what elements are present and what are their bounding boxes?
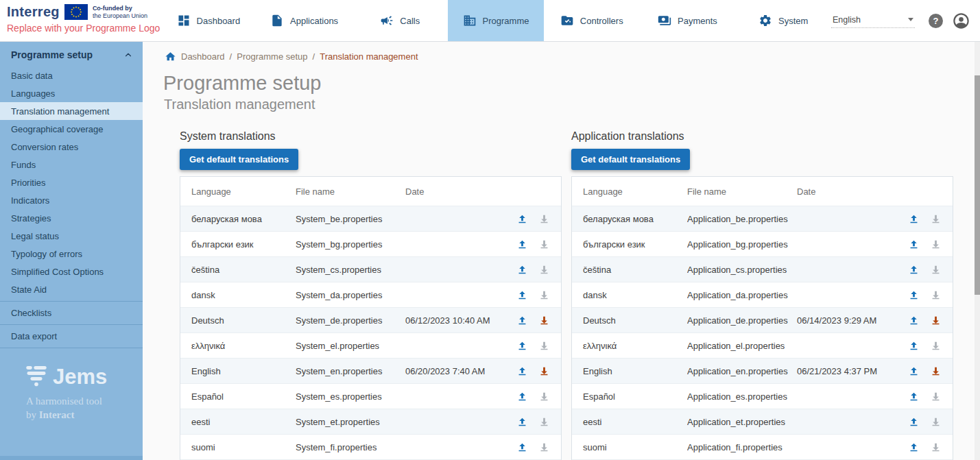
download-button xyxy=(538,441,550,453)
sidebar-item-legal-status[interactable]: Legal status xyxy=(0,227,143,245)
cell-language: čeština xyxy=(572,265,687,275)
download-icon xyxy=(930,441,942,453)
upload-icon xyxy=(516,264,528,276)
nav-item-controllers[interactable]: Controllers xyxy=(544,0,640,41)
sidebar-section-header[interactable]: Programme setup xyxy=(0,42,143,66)
cell-file-name: Application_be.properties xyxy=(687,214,797,224)
download-button xyxy=(930,239,942,250)
upload-icon xyxy=(908,441,920,453)
upload-button[interactable] xyxy=(516,315,528,326)
download-button[interactable] xyxy=(930,315,942,326)
upload-icon xyxy=(516,315,528,326)
cell-file-name: System_de.properties xyxy=(296,315,405,326)
sidebar-item-simplified-cost-options[interactable]: Simplified Cost Options xyxy=(0,263,143,280)
table-row: български езикApplication_bg.properties xyxy=(572,231,953,256)
cell-file-name: System_be.properties xyxy=(296,214,405,224)
column-header-language: Language xyxy=(572,186,687,197)
cell-actions xyxy=(499,315,561,326)
download-icon xyxy=(930,340,942,352)
upload-button[interactable] xyxy=(908,416,920,428)
upload-button[interactable] xyxy=(516,213,528,225)
upload-button[interactable] xyxy=(908,213,920,225)
upload-button[interactable] xyxy=(908,391,920,402)
cell-actions xyxy=(891,289,953,301)
sidebar-item-priorities[interactable]: Priorities xyxy=(0,173,143,191)
sidebar-item-languages[interactable]: Languages xyxy=(0,84,143,102)
table-row: danskApplication_da.properties xyxy=(572,282,953,307)
upload-icon xyxy=(908,391,920,402)
upload-button[interactable] xyxy=(908,315,920,326)
nav-item-programme[interactable]: Programme xyxy=(448,0,544,41)
sidebar: Programme setup Basic dataLanguagesTrans… xyxy=(0,42,143,460)
cell-language: čeština xyxy=(180,265,296,275)
upload-button[interactable] xyxy=(516,340,528,352)
section-application-translations: Application translationsGet default tran… xyxy=(571,130,953,460)
scrollbar-thumb[interactable] xyxy=(975,75,980,295)
nav-item-applications[interactable]: Applications xyxy=(256,0,352,41)
upload-button[interactable] xyxy=(516,391,528,402)
upload-button[interactable] xyxy=(908,340,920,352)
sidebar-item-geographical-coverage[interactable]: Geographical coverage xyxy=(0,120,143,138)
sidebar-item-basic-data[interactable]: Basic data xyxy=(0,66,143,84)
upload-button[interactable] xyxy=(908,264,920,276)
upload-button[interactable] xyxy=(908,365,920,377)
table-body: беларуская моваApplication_be.properties… xyxy=(572,206,953,460)
upload-button[interactable] xyxy=(516,416,528,428)
download-icon xyxy=(930,239,942,250)
user-menu-button[interactable] xyxy=(952,12,970,30)
cell-language: dansk xyxy=(180,290,296,300)
upload-button[interactable] xyxy=(516,441,528,453)
cell-actions xyxy=(499,289,561,301)
upload-button[interactable] xyxy=(516,264,528,276)
upload-button[interactable] xyxy=(516,239,528,250)
upload-button[interactable] xyxy=(516,289,528,301)
download-icon xyxy=(930,416,942,428)
table-row: беларуская моваSystem_be.properties xyxy=(180,206,561,231)
download-button[interactable] xyxy=(538,365,550,377)
nav-item-label: Controllers xyxy=(580,16,623,26)
sidebar-item-funds[interactable]: Funds xyxy=(0,156,143,173)
breadcrumb-item[interactable]: Translation management xyxy=(320,51,418,62)
vertical-scrollbar[interactable] xyxy=(975,42,980,460)
upload-button[interactable] xyxy=(908,289,920,301)
sidebar-item-translation-management[interactable]: Translation management xyxy=(0,102,143,120)
column-header-language: Language xyxy=(180,186,296,197)
help-button[interactable]: ? xyxy=(929,14,943,28)
interreg-logo-text: Interreg xyxy=(7,4,60,20)
table-row: ελληνικάSystem_el.properties xyxy=(180,332,561,358)
sidebar-item-conversion-rates[interactable]: Conversion rates xyxy=(0,138,143,156)
language-selector[interactable]: English xyxy=(831,14,915,28)
language-selector-value: English xyxy=(833,15,861,25)
upload-button[interactable] xyxy=(908,441,920,453)
upload-button[interactable] xyxy=(908,239,920,250)
nav-item-dashboard[interactable]: Dashboard xyxy=(160,0,256,41)
cell-file-name: System_en.properties xyxy=(296,366,405,376)
breadcrumb-item[interactable]: Programme setup xyxy=(237,51,307,62)
download-button[interactable] xyxy=(930,365,942,377)
nav-item-payments[interactable]: Payments xyxy=(640,0,736,41)
sidebar-item-checklists[interactable]: Checklists xyxy=(0,301,143,324)
get-default-translations-button[interactable]: Get default translations xyxy=(571,149,690,170)
sidebar-item-strategies[interactable]: Strategies xyxy=(0,209,143,227)
table-row: eestiSystem_et.properties xyxy=(180,409,561,434)
table-row: eestiApplication_et.properties xyxy=(572,409,953,434)
sidebar-item-state-aid[interactable]: State Aid xyxy=(0,280,143,298)
cell-language: Deutsch xyxy=(180,315,296,326)
nav-item-label: Applications xyxy=(290,16,338,26)
download-button[interactable] xyxy=(538,315,550,326)
download-icon xyxy=(538,315,550,326)
upload-icon xyxy=(516,441,528,453)
nav-item-system[interactable]: System xyxy=(735,0,831,41)
sidebar-item-data-export[interactable]: Data export xyxy=(0,324,143,348)
table-row: беларуская моваApplication_be.properties xyxy=(572,206,953,231)
get-default-translations-button[interactable]: Get default translations xyxy=(180,149,298,170)
replace-logo-text: Replace with your Programme Logo xyxy=(7,23,160,34)
breadcrumb-item[interactable]: Dashboard xyxy=(181,51,225,62)
upload-button[interactable] xyxy=(516,365,528,377)
home-icon[interactable] xyxy=(165,51,176,62)
cell-file-name: Application_bg.properties xyxy=(687,239,797,250)
sidebar-item-typology-of-errors[interactable]: Typology of errors xyxy=(0,245,143,263)
cell-file-name: System_fi.properties xyxy=(296,442,405,452)
nav-item-calls[interactable]: Calls xyxy=(352,0,448,41)
sidebar-item-indicators[interactable]: Indicators xyxy=(0,191,143,209)
